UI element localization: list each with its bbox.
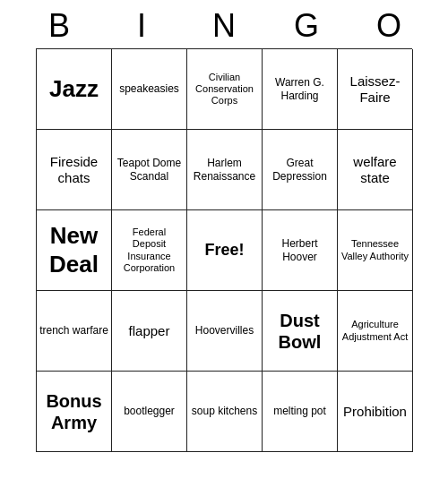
cell-text-21: bootlegger (115, 405, 184, 417)
cell-text-11: Federal Deposit Insurance Corporation (115, 226, 184, 274)
bingo-cell-20: Bonus Army (37, 372, 112, 452)
cell-text-12: Free! (190, 241, 259, 261)
cell-text-8: Great Depression (265, 157, 334, 183)
bingo-cell-2: Civilian Conservation Corps (187, 49, 263, 130)
bingo-cell-7: Harlem Renaissance (187, 130, 263, 210)
cell-text-1: speakeasies (115, 82, 184, 95)
cell-text-13: Herbert Hoover (265, 237, 334, 263)
cell-text-9: welfare state (340, 154, 409, 186)
bingo-cell-18: Dust Bowl (263, 291, 338, 372)
bingo-cell-4: Laissez-Faire (338, 49, 413, 130)
cell-text-20: Bonus Army (39, 390, 108, 433)
bingo-cell-14: Tennessee Valley Authority (338, 210, 413, 291)
cell-text-10: New Deal (39, 222, 108, 278)
bingo-cell-24: Prohibition (338, 372, 413, 452)
header-o: O (351, 7, 426, 45)
bingo-cell-17: Hoovervilles (187, 291, 263, 372)
cell-text-19: Agriculture Adjustment Act (340, 319, 409, 342)
bingo-cell-16: flapper (112, 291, 187, 372)
bingo-cell-21: bootlegger (112, 372, 187, 452)
cell-text-16: flapper (115, 323, 184, 339)
cell-text-15: trench warfare (39, 324, 108, 337)
bingo-cell-8: Great Depression (263, 130, 338, 210)
cell-text-6: Teapot Dome Scandal (115, 157, 184, 183)
bingo-grid: JazzspeakeasiesCivilian Conservation Cor… (36, 48, 412, 452)
bingo-header: B I N G O (18, 7, 430, 45)
cell-text-18: Dust Bowl (265, 310, 334, 353)
header-i: I (104, 7, 179, 45)
bingo-cell-3: Warren G. Harding (263, 49, 338, 130)
header-g: G (269, 7, 344, 45)
cell-text-4: Laissez-Faire (340, 73, 409, 106)
header-b: B (22, 7, 97, 45)
bingo-cell-23: melting pot (263, 372, 338, 452)
bingo-cell-22: soup kitchens (187, 372, 263, 452)
cell-text-23: melting pot (265, 405, 334, 417)
cell-text-14: Tennessee Valley Authority (340, 238, 409, 261)
cell-text-5: Fireside chats (39, 154, 108, 186)
cell-text-0: Jazz (39, 75, 108, 103)
bingo-cell-10: New Deal (37, 210, 112, 291)
bingo-cell-11: Federal Deposit Insurance Corporation (112, 210, 187, 291)
bingo-cell-6: Teapot Dome Scandal (112, 130, 187, 210)
cell-text-2: Civilian Conservation Corps (190, 72, 259, 107)
bingo-cell-9: welfare state (338, 130, 413, 210)
bingo-cell-1: speakeasies (112, 49, 187, 130)
bingo-cell-0: Jazz (37, 49, 112, 130)
bingo-cell-13: Herbert Hoover (263, 210, 338, 291)
bingo-cell-5: Fireside chats (37, 130, 112, 210)
bingo-cell-12: Free! (187, 210, 263, 291)
cell-text-22: soup kitchens (190, 405, 259, 417)
cell-text-17: Hoovervilles (190, 324, 259, 337)
header-n: N (186, 7, 262, 45)
cell-text-3: Warren G. Harding (265, 76, 334, 102)
bingo-cell-19: Agriculture Adjustment Act (338, 291, 413, 372)
cell-text-24: Prohibition (340, 404, 409, 420)
cell-text-7: Harlem Renaissance (190, 157, 259, 183)
bingo-cell-15: trench warfare (37, 291, 112, 372)
